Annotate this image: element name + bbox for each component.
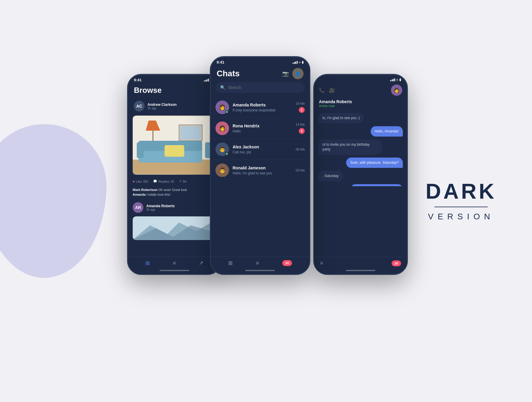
heart-icon: ♥: [133, 180, 135, 183]
time-center: 9:41: [217, 60, 224, 64]
phones-container: 9:41 ≈ ▮ Browse AC: [133, 38, 399, 364]
share-nav-icon[interactable]: ↗: [199, 260, 203, 266]
message-bubble: We'll see you on Saturday :): [351, 184, 403, 186]
signal-icon-center: [293, 61, 298, 64]
home-indicator-right: [346, 270, 375, 271]
dark-divider: [434, 207, 488, 207]
chat-detail-status: Active now: [319, 104, 402, 108]
browse-user-row-2[interactable]: AR Amanda Roberts 3h ago: [128, 199, 221, 215]
grid-nav-icon-center[interactable]: ⊞: [228, 260, 233, 266]
browse-header: Browse: [128, 83, 221, 98]
chats-header: Chats 📷 👤: [211, 66, 309, 82]
browse-stats: ♥ Like 281 💬 Replies 25 ↗ Sh: [128, 176, 221, 186]
signal-icon-right: [390, 78, 395, 81]
right-bottom-badge[interactable]: 20: [392, 260, 401, 266]
browse-user-row[interactable]: AC Andrew Clarkson 2h ago: [128, 98, 221, 114]
bottom-nav-center: ⊞ ≡ 20: [211, 257, 309, 268]
grid-nav-icon[interactable]: ⊞: [145, 260, 150, 266]
chat-item[interactable]: 👩 Amanda Roberts If only everyone respon…: [211, 97, 309, 118]
signal-icon: [204, 79, 209, 82]
chat-detail-action-icons: 📞 🎥: [319, 87, 335, 93]
comment-2: Amanda I totally love this!: [133, 193, 216, 196]
sofa-svg: [133, 116, 216, 175]
browse-user-name: Andrew Clarkson: [147, 103, 177, 107]
time-left: 9:41: [134, 78, 142, 82]
search-bar[interactable]: 🔍: [215, 82, 305, 93]
chat-name-3: Alex Jackson: [233, 145, 292, 149]
chat-avatar-4: 👨: [215, 163, 229, 177]
replies-label: Replies: [158, 180, 169, 183]
svg-rect-3: [181, 126, 201, 139]
chat-date-1: 16 feb: [296, 102, 305, 105]
chat-list: 👩 Amanda Roberts If only everyone respon…: [211, 97, 309, 177]
chat-date-3: 09 feb: [296, 147, 305, 151]
message-bubble: lo, i'm glad to see you :): [318, 113, 364, 123]
battery-icon-center: ▮: [302, 60, 304, 64]
like-count: 281: [143, 180, 148, 183]
battery-icon-right: ▮: [399, 78, 401, 82]
svg-rect-11: [165, 145, 184, 157]
notch-center: [242, 57, 278, 64]
chat-name-4: Ronald Jameson: [233, 166, 292, 170]
video-call-icon[interactable]: 🎥: [329, 87, 335, 93]
like-stat: ♥ Like 281: [133, 180, 148, 183]
chat-item[interactable]: 👨 Ronald Jameson Hello, i'm glad to see …: [211, 160, 309, 177]
replies-stat: 💬 Replies 25: [153, 179, 174, 183]
online-indicator-1: [225, 110, 228, 114]
browse-comments: Mark Robertson Oh wow! Great look Amanda…: [128, 186, 221, 199]
center-bottom-badge[interactable]: 20: [282, 260, 292, 266]
browse-post-image: [133, 116, 216, 175]
share-icon: ↗: [179, 179, 181, 183]
home-indicator-left: [160, 270, 189, 271]
chat-info-3: Alex Jackson Call me, pls: [233, 145, 292, 154]
chat-name-1: Amanda Roberts: [233, 103, 292, 107]
browse-user-info: Andrew Clarkson 2h ago: [147, 103, 177, 110]
chat-meta-4: 03 feb: [296, 168, 305, 172]
status-icons-right: ≈ ▮: [390, 78, 401, 82]
chats-title: Chats: [217, 69, 240, 78]
commenter-2-name: Amanda: [133, 193, 145, 196]
share-label: Sh: [183, 180, 186, 183]
browse-user-avatar: AC: [134, 101, 145, 111]
search-input[interactable]: [228, 85, 300, 90]
svg-rect-9: [137, 142, 144, 158]
sofa-image: [133, 116, 216, 175]
bottom-nav-right: ≡ 20: [314, 257, 407, 268]
message-bubble: Hello, Amanda!: [371, 126, 403, 137]
header-avatar[interactable]: 👤: [292, 68, 304, 79]
browse-user2-name: Amanda Roberts: [146, 204, 175, 208]
chat-meta-2: 14 feb 5: [296, 123, 305, 134]
chat-preview-2: Hello: [233, 129, 292, 133]
chat-avatar-2: 👩: [215, 121, 229, 135]
browse-post-image-2: [133, 216, 216, 240]
chat-badge-2: 5: [299, 128, 305, 134]
message-bubble: , Saturday: [318, 171, 343, 181]
chat-preview-4: Hello, i'm glad to see you: [233, 171, 292, 175]
message-bubble: nt to invite you on my birthday party: [318, 140, 382, 155]
phone-call-icon[interactable]: 📞: [319, 87, 325, 93]
filter-nav-icon[interactable]: ≡: [173, 260, 176, 266]
filter-nav-icon-right[interactable]: ≡: [320, 260, 323, 266]
share-stat: ↗ Sh: [179, 179, 186, 183]
message-bubble: Sure, with pleasure. Saturday?: [346, 158, 403, 168]
camera-icon[interactable]: 📷: [282, 70, 289, 77]
like-label: Like: [136, 180, 142, 183]
filter-nav-icon-center[interactable]: ≡: [256, 260, 259, 266]
chat-preview-3: Call me, pls: [233, 150, 292, 154]
chat-detail-contact-info: Amanda Roberts Active now: [314, 99, 407, 111]
browse-user-time: 2h ago: [147, 107, 177, 110]
commenter-1-name: Mark Robertson: [133, 188, 158, 192]
online-indicator-3: [225, 152, 228, 155]
comment-1: Mark Robertson Oh wow! Great look: [133, 188, 216, 192]
chat-meta-3: 09 feb: [296, 147, 305, 151]
chat-item[interactable]: 👩 Rona Hendrix Hello 14 feb 5: [211, 118, 309, 139]
browse-user2-time: 3h ago: [146, 208, 175, 211]
chat-detail-name: Amanda Roberts: [319, 99, 402, 104]
messages-area: lo, i'm glad to see you :) Hello, Amanda…: [314, 111, 407, 186]
dark-version-text: VERSION: [426, 212, 497, 221]
chat-name-2: Rona Hendrix: [233, 124, 292, 128]
chat-info-1: Amanda Roberts If only everyone responde…: [233, 103, 292, 112]
commenter-2-text: I totally love this!: [146, 193, 170, 196]
chat-item[interactable]: 👨 Alex Jackson Call me, pls 09 feb: [211, 139, 309, 160]
dark-version-label: DARK VERSION: [426, 181, 497, 221]
